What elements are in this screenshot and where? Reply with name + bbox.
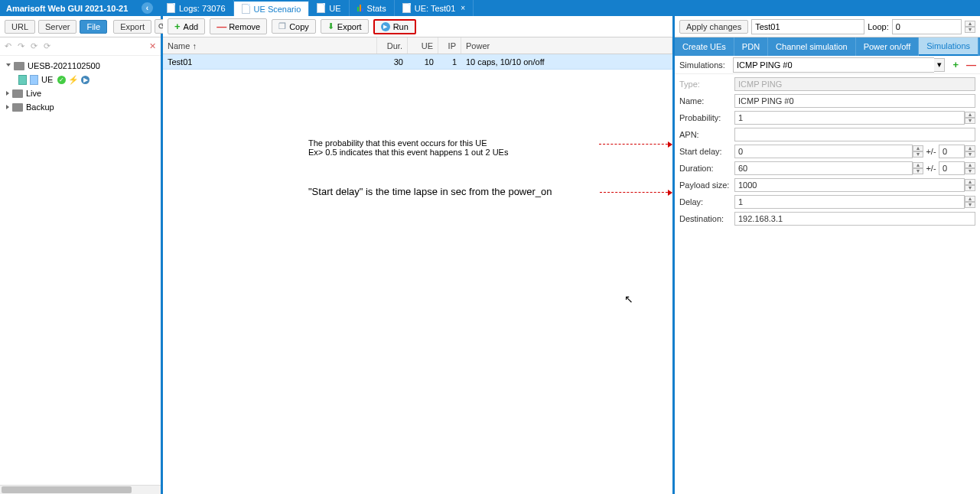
- close-icon[interactable]: ×: [461, 4, 465, 12]
- add-sim-button[interactable]: +: [952, 59, 959, 70]
- spin-down-icon[interactable]: ▾: [913, 168, 923, 174]
- field-destination-label: Destination:: [679, 214, 734, 223]
- left-hscroll[interactable]: [0, 485, 161, 494]
- app-title: Amarisoft Web GUI 2021-10-21: [6, 4, 128, 13]
- col-dur[interactable]: Dur.: [377, 37, 408, 54]
- reload-icon[interactable]: ⟳: [31, 41, 37, 51]
- col-ue[interactable]: UE: [408, 37, 438, 54]
- doc-icon: [167, 3, 175, 13]
- spin-down-icon[interactable]: ▾: [965, 168, 975, 174]
- spin-down-icon[interactable]: ▾: [965, 202, 975, 208]
- plus-icon: +: [174, 21, 181, 32]
- cursor-icon: ↖: [624, 293, 633, 305]
- field-payload-input[interactable]: [734, 178, 965, 192]
- file-button[interactable]: File: [80, 20, 107, 34]
- remove-sim-button[interactable]: —: [966, 59, 975, 70]
- export-center-button[interactable]: ⬇Export: [321, 19, 369, 34]
- spin-down-icon[interactable]: ▾: [965, 185, 975, 191]
- field-type-input: [734, 77, 975, 91]
- field-start-delay-input[interactable]: [734, 145, 913, 158]
- simulations-label: Simulations:: [679, 60, 730, 70]
- tab-ue-scenario[interactable]: UE Scenario: [234, 0, 310, 16]
- scrollbar-thumb[interactable]: [2, 486, 132, 493]
- undo-icon[interactable]: ↶: [5, 41, 11, 51]
- minus-icon: —: [217, 21, 226, 32]
- field-delay-label: Delay:: [679, 197, 734, 206]
- field-start-delay-label: Start delay:: [679, 147, 734, 156]
- loop-input[interactable]: [892, 19, 962, 34]
- tab-ue[interactable]: UE: [309, 0, 349, 16]
- field-apn-input[interactable]: [734, 128, 975, 141]
- apply-changes-button[interactable]: Apply changes: [679, 20, 748, 34]
- expand-icon[interactable]: [6, 105, 9, 109]
- tab-create-ues[interactable]: Create UEs: [675, 37, 734, 56]
- field-apn-label: APN:: [679, 130, 734, 139]
- spin-down-icon[interactable]: ▾: [965, 151, 975, 158]
- col-power[interactable]: Power: [461, 37, 672, 54]
- clear-icon[interactable]: ✕: [149, 41, 156, 51]
- url-button[interactable]: URL: [5, 20, 35, 34]
- tree-root[interactable]: UESB-2021102500: [5, 59, 161, 73]
- cell-ip: 1: [438, 57, 461, 67]
- tab-ue-test01[interactable]: UE: Test01×: [395, 0, 474, 16]
- simulations-select[interactable]: [733, 57, 934, 73]
- loop-label: Loop:: [868, 22, 889, 31]
- remove-button[interactable]: —Remove: [210, 18, 267, 34]
- field-start-delay-pm-input[interactable]: [939, 145, 965, 158]
- redo-icon[interactable]: ↷: [18, 41, 24, 51]
- tab-pdn[interactable]: PDN: [734, 37, 768, 56]
- tab-power-onoff[interactable]: Power on/off: [856, 37, 920, 56]
- field-duration-pm-input[interactable]: [939, 161, 965, 175]
- expand-icon[interactable]: [6, 63, 11, 69]
- export-button[interactable]: Export: [113, 20, 151, 34]
- scenario-name-input[interactable]: [751, 19, 864, 34]
- col-ip[interactable]: IP: [438, 37, 461, 54]
- tab-simulations[interactable]: Simulations: [919, 37, 978, 56]
- copy-icon: ❐: [278, 21, 286, 31]
- tree-live[interactable]: Live: [5, 86, 161, 100]
- folder-icon: [14, 62, 24, 70]
- spin-down-icon[interactable]: ▾: [965, 27, 975, 33]
- spin-down-icon[interactable]: ▾: [913, 151, 923, 158]
- tab-stats[interactable]: Stats: [350, 0, 395, 16]
- plus-minus-label: +/-: [926, 164, 936, 173]
- main-tab-strip: Logs: 73076 UE Scenario UE Stats UE: Tes…: [159, 0, 474, 16]
- table-row[interactable]: Test01 30 10 1 10 caps, 10/10 on/off: [163, 54, 672, 70]
- cell-name: Test01: [163, 57, 377, 67]
- ue-doc-icon: [30, 75, 38, 85]
- play-icon: ▶: [381, 22, 390, 31]
- ue-config-icon: [18, 75, 27, 85]
- tab-channel-sim[interactable]: Channel simulation: [768, 37, 856, 56]
- play-status-icon: ▶: [81, 76, 90, 84]
- stats-icon: [357, 5, 363, 11]
- add-button[interactable]: +Add: [168, 18, 205, 34]
- field-destination-input[interactable]: [734, 212, 975, 226]
- export-icon: ⬇: [327, 21, 334, 31]
- refresh-all-icon[interactable]: ⟳: [44, 41, 50, 51]
- tab-logs[interactable]: Logs: 73076: [159, 0, 234, 16]
- field-delay-input[interactable]: [734, 195, 965, 209]
- field-type-label: Type:: [679, 80, 734, 89]
- spin-down-icon[interactable]: ▾: [965, 118, 975, 124]
- field-name-input[interactable]: [734, 94, 975, 108]
- server-button[interactable]: Server: [38, 20, 77, 34]
- field-probability-input[interactable]: [734, 111, 965, 125]
- ok-status-icon: ✓: [57, 76, 66, 84]
- tree-ue[interactable]: UE ✓ ⚡ ▶: [5, 73, 161, 86]
- expand-icon[interactable]: [6, 91, 9, 96]
- collapse-left-icon[interactable]: ‹: [142, 2, 153, 14]
- doc-icon: [242, 4, 250, 14]
- tree-backup[interactable]: Backup: [5, 100, 161, 114]
- flash-icon: ⚡: [68, 75, 79, 85]
- col-name[interactable]: Name ↑: [163, 37, 377, 54]
- field-duration-input[interactable]: [734, 161, 913, 175]
- plus-minus-label: +/-: [926, 147, 936, 156]
- copy-button[interactable]: ❐Copy: [272, 19, 316, 34]
- cell-ue: 10: [408, 57, 438, 67]
- annotation-probability: The probability that this event occurs f…: [308, 138, 508, 157]
- dropdown-icon[interactable]: ▾: [934, 58, 945, 72]
- run-button[interactable]: ▶Run: [373, 19, 416, 34]
- cell-dur: 30: [377, 57, 408, 67]
- folder-icon: [12, 89, 23, 98]
- folder-icon: [12, 103, 23, 112]
